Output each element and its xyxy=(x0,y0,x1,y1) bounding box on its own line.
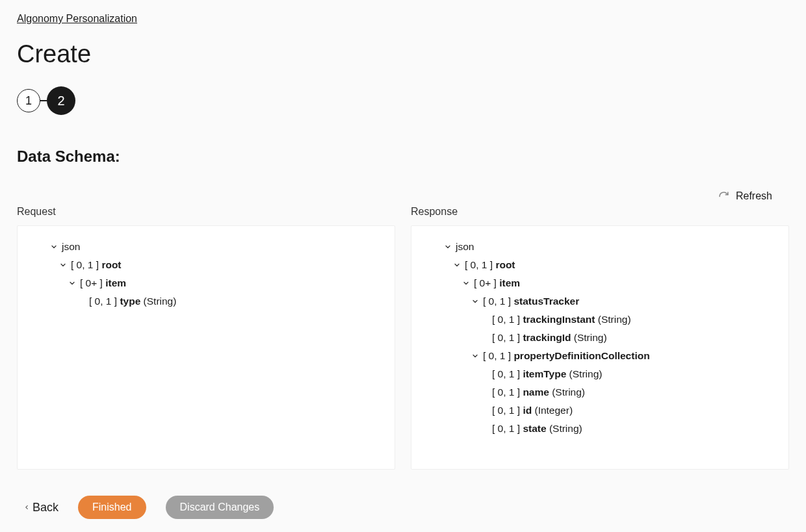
back-button[interactable]: Back xyxy=(23,501,58,514)
response-header: Response xyxy=(411,206,789,218)
tree-node-label: [ 0, 1 ] statusTracker xyxy=(483,296,579,307)
tree-row[interactable]: [ 0, 1 ] propertyDefinitionCollection xyxy=(422,347,775,365)
tree-node-label: [ 0, 1 ] trackingInstant (String) xyxy=(492,314,631,325)
chevron-down-icon[interactable] xyxy=(462,279,470,287)
tree-row[interactable]: [ 0+ ] item xyxy=(422,274,775,292)
tree-node-label: [ 0, 1 ] propertyDefinitionCollection xyxy=(483,350,650,362)
tree-row[interactable]: [ 0, 1 ] root xyxy=(28,256,382,274)
chevron-left-icon xyxy=(23,503,30,512)
request-tree: json[ 0, 1 ] root[ 0+ ] item[ 0, 1 ] typ… xyxy=(17,225,395,470)
step-2[interactable]: 2 xyxy=(47,86,75,115)
request-header: Request xyxy=(17,206,395,218)
tree-row[interactable]: json xyxy=(28,238,382,256)
chevron-down-icon[interactable] xyxy=(471,352,479,360)
response-tree: json[ 0, 1 ] root[ 0+ ] item[ 0, 1 ] sta… xyxy=(411,225,789,470)
tree-row[interactable]: [ 0, 1 ] state (String) xyxy=(422,420,775,438)
page-title: Create xyxy=(17,40,789,68)
tree-node-label: [ 0+ ] item xyxy=(80,277,126,289)
tree-node-label: [ 0, 1 ] root xyxy=(465,259,515,271)
tree-row[interactable]: [ 0, 1 ] name (String) xyxy=(422,383,775,401)
tree-node-label: [ 0, 1 ] name (String) xyxy=(492,386,585,398)
chevron-down-icon[interactable] xyxy=(50,243,58,251)
tree-node-label: [ 0, 1 ] id (Integer) xyxy=(492,405,573,416)
tree-node-label: [ 0, 1 ] type (String) xyxy=(89,296,176,307)
step-1[interactable]: 1 xyxy=(17,89,40,112)
chevron-down-icon[interactable] xyxy=(59,261,67,269)
tree-row[interactable]: json xyxy=(422,238,775,256)
chevron-down-icon[interactable] xyxy=(471,298,479,305)
tree-node-label: [ 0, 1 ] trackingId (String) xyxy=(492,332,607,344)
chevron-down-icon[interactable] xyxy=(453,261,461,269)
refresh-icon[interactable] xyxy=(718,191,729,202)
chevron-down-icon[interactable] xyxy=(68,279,76,287)
tree-row[interactable]: [ 0, 1 ] statusTracker xyxy=(422,292,775,310)
section-title: Data Schema: xyxy=(17,147,789,166)
tree-node-label: json xyxy=(456,241,474,253)
tree-node-label: [ 0, 1 ] root xyxy=(71,259,122,271)
tree-row[interactable]: [ 0, 1 ] trackingId (String) xyxy=(422,329,775,347)
back-label: Back xyxy=(32,501,58,514)
tree-row[interactable]: [ 0, 1 ] id (Integer) xyxy=(422,401,775,420)
chevron-down-icon[interactable] xyxy=(444,243,452,251)
step-connector xyxy=(40,100,47,101)
response-panel: Response json[ 0, 1 ] root[ 0+ ] item[ 0… xyxy=(411,206,789,470)
step-indicator: 1 2 xyxy=(17,86,789,115)
tree-node-label: [ 0, 1 ] itemType (String) xyxy=(492,368,602,380)
breadcrumb-link[interactable]: Algonomy Personalization xyxy=(17,13,137,25)
tree-node-label: [ 0, 1 ] state (String) xyxy=(492,423,582,435)
tree-node-label: json xyxy=(62,241,80,253)
tree-row[interactable]: [ 0, 1 ] itemType (String) xyxy=(422,365,775,383)
tree-row[interactable]: [ 0, 1 ] type (String) xyxy=(28,292,382,310)
discard-changes-button[interactable]: Discard Changes xyxy=(166,496,274,519)
finished-button[interactable]: Finished xyxy=(78,496,146,519)
tree-row[interactable]: [ 0, 1 ] trackingInstant (String) xyxy=(422,310,775,329)
tree-node-label: [ 0+ ] item xyxy=(474,277,520,289)
tree-row[interactable]: [ 0+ ] item xyxy=(28,274,382,292)
refresh-button[interactable]: Refresh xyxy=(736,190,772,202)
tree-row[interactable]: [ 0, 1 ] root xyxy=(422,256,775,274)
request-panel: Request json[ 0, 1 ] root[ 0+ ] item[ 0,… xyxy=(17,206,395,470)
